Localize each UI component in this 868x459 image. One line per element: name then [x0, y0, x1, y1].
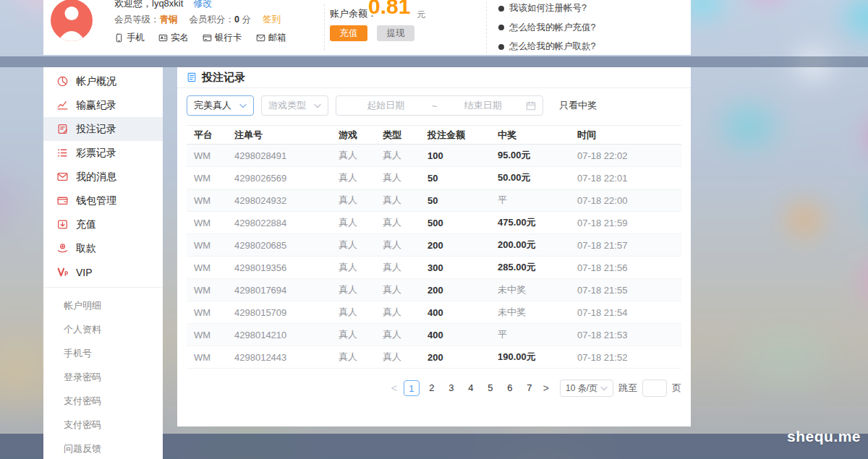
sidebar-item-label: VIP [76, 267, 93, 278]
sidebar-item-my-messages[interactable]: 我的消息 [43, 165, 163, 189]
platform-select-value: 完美真人 [194, 99, 231, 112]
page-6[interactable]: 6 [503, 380, 517, 396]
sidebar-item-win-loss-record[interactable]: 输赢纪录 [43, 93, 163, 117]
sidebar-item-label: 输赢纪录 [76, 99, 116, 112]
page-1[interactable]: 1 [404, 380, 420, 396]
page-title: 投注记录 [202, 71, 245, 85]
page-4[interactable]: 4 [464, 380, 478, 396]
cell-type: 真人 [383, 194, 427, 207]
sidebar-item-vip[interactable]: VIP [43, 260, 163, 284]
page-7[interactable]: 7 [522, 380, 537, 396]
cell-game: 真人 [339, 194, 383, 207]
cell-bet-no: 4298019356 [234, 262, 339, 273]
cell-amount: 200 [427, 352, 498, 363]
cell-game: 真人 [339, 171, 383, 184]
date-start-placeholder: 起始日期 [343, 99, 429, 112]
cell-type: 真人 [383, 216, 427, 229]
cell-game: 真人 [339, 283, 383, 296]
bullet-icon [498, 25, 504, 30]
sidebar-subitem-profile[interactable]: 个人资料 [43, 317, 163, 341]
sidebar-item-label: 取款 [76, 242, 96, 255]
date-range-picker[interactable]: 起始日期 ~ 结束日期 [336, 95, 543, 116]
next-page-button[interactable]: > [542, 382, 550, 394]
cell-platform: WM [194, 262, 234, 273]
column-header: 注单号 [234, 129, 339, 142]
game-type-select[interactable]: 游戏类型 [261, 95, 328, 116]
chevron-down-icon [600, 386, 608, 391]
sidebar-subitem-login-password[interactable]: 登录密码 [43, 365, 163, 389]
prev-page-button[interactable]: < [390, 382, 399, 394]
platform-select[interactable]: 完美真人 [187, 95, 254, 116]
id-card-icon [158, 33, 168, 43]
page-2[interactable]: 2 [425, 380, 439, 396]
cell-amount: 50 [427, 195, 498, 206]
sidebar-item-lottery-record[interactable]: 彩票记录 [43, 141, 163, 165]
cell-time: 07-18 21:55 [577, 285, 681, 296]
cell-win: 475.00元 [498, 216, 577, 229]
cell-type: 真人 [383, 351, 427, 364]
sidebar-subitem-pay-password-2[interactable]: 支付密码 [43, 413, 163, 437]
game-type-placeholder: 游戏类型 [268, 99, 306, 112]
sidebar-item-label: 我的消息 [76, 171, 116, 184]
sidebar-subitem-account-detail[interactable]: 帐户明细 [43, 293, 163, 317]
sidebar-item-account-overview[interactable]: 帐户概况 [43, 69, 163, 93]
withdraw-button[interactable]: 提现 [377, 25, 414, 41]
cell-platform: WM [194, 218, 234, 228]
jump-page-input[interactable] [642, 379, 667, 397]
cell-game: 真人 [339, 149, 383, 162]
calendar-icon [526, 100, 536, 111]
sidebar-subitem-feedback[interactable]: 问题反馈 [43, 437, 163, 459]
sidebar-item-wallet-management[interactable]: 钱包管理 [43, 189, 163, 213]
verify-item-phone[interactable]: 手机 [114, 32, 145, 44]
avatar [51, 0, 93, 41]
table-row: WM4298019356真人真人300285.00元07-18 21:56 [187, 257, 681, 279]
page-size-select[interactable]: 10 条/页 [560, 379, 613, 397]
column-header: 投注金额 [427, 129, 498, 142]
document-icon [187, 72, 197, 83]
cell-type: 真人 [383, 171, 427, 184]
sidebar-item-label: 充值 [76, 218, 96, 231]
verify-item-bankcard[interactable]: 银行卡 [203, 32, 242, 44]
cell-game: 真人 [339, 239, 383, 252]
cell-time: 07-18 22:02 [577, 150, 681, 161]
recharge-button[interactable]: 充值 [330, 25, 367, 41]
sidebar-subitem-phone-number[interactable]: 手机号 [43, 341, 163, 365]
table-row: WM4298012443真人真人200190.00元07-18 21:52 [187, 346, 681, 369]
member-info-line: 会员等级：青铜会员积分：0 分签到 [114, 14, 281, 26]
checkin-link[interactable]: 签到 [263, 14, 281, 25]
points-label: 会员积分： [190, 14, 235, 25]
cell-amount: 200 [427, 240, 498, 251]
cell-platform: WM [194, 195, 234, 206]
faq-withdraw[interactable]: 怎么给我的帐户取款? [498, 40, 595, 53]
chevron-down-icon [239, 103, 247, 108]
table-header-row: 平台注单号游戏类型投注金额中奖时间 [187, 125, 681, 145]
verify-item-email[interactable]: 邮箱 [256, 32, 286, 44]
faq-item-text: 怎么给我的帐户充值? [509, 22, 595, 34]
faq-register[interactable]: 我该如何注册帐号? [498, 2, 595, 14]
page-5[interactable]: 5 [483, 380, 498, 396]
user-header-panel: 欢迎您，lyq8xkit修改 会员等级：青铜会员积分：0 分签到 手机实名银行卡… [43, 0, 691, 55]
win-only-filter[interactable]: 只看中奖 [559, 99, 597, 112]
cell-win: 平 [498, 328, 577, 341]
faq-deposit[interactable]: 怎么给我的帐户充值? [498, 22, 595, 34]
sidebar-divider [43, 287, 163, 288]
sidebar-item-recharge[interactable]: 充值 [43, 213, 163, 236]
watermark: shequ.me [787, 428, 861, 445]
edit-username-link[interactable]: 修改 [193, 0, 212, 9]
bet-record-table: 平台注单号游戏类型投注金额中奖时间 WM4298028491真人真人10095.… [187, 125, 681, 369]
table-body: WM4298028491真人真人10095.00元07-18 22:02WM42… [187, 145, 681, 369]
faq-item-text: 我该如何注册帐号? [509, 2, 587, 14]
sidebar-item-bet-record[interactable]: 投注记录 [43, 117, 163, 141]
jump-unit-label: 页 [672, 382, 681, 395]
sidebar-subitem-pay-password[interactable]: 支付密码 [43, 389, 163, 413]
sidebar-item-withdraw[interactable]: 取款 [43, 236, 163, 260]
page-3[interactable]: 3 [444, 380, 459, 396]
cell-win: 190.00元 [498, 351, 577, 364]
verify-item-realname[interactable]: 实名 [158, 32, 189, 44]
mail-icon [256, 33, 265, 43]
cell-time: 07-18 21:59 [577, 218, 681, 228]
cell-time: 07-18 21:52 [577, 352, 681, 363]
balance-divider [324, 4, 325, 51]
verify-item-label: 银行卡 [215, 32, 242, 44]
cell-game: 真人 [339, 261, 383, 274]
